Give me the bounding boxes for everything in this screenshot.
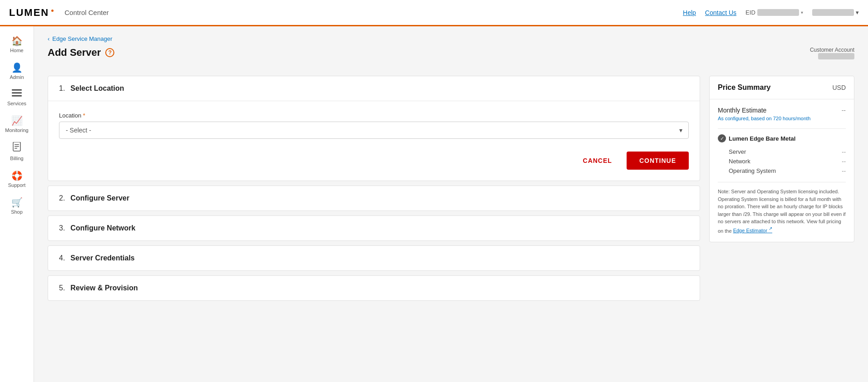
step-1-header: 1. Select Location [48, 76, 700, 101]
step-4-number: 4. [59, 254, 65, 262]
billing-icon [12, 142, 21, 154]
price-summary-currency: USD [832, 84, 846, 91]
line-item-network: Network -- [718, 157, 846, 166]
step-2-header[interactable]: 2. Configure Server [48, 186, 700, 211]
network-label: Network [729, 158, 750, 165]
user-selector[interactable]: ██████████ ▾ [812, 9, 859, 16]
product-check-icon: ✓ [718, 134, 726, 142]
product-name: Lumen Edge Bare Metal [729, 135, 795, 142]
help-icon[interactable]: ? [105, 48, 114, 57]
step-1-number: 1. [59, 84, 65, 93]
eid-chevron-icon: ▾ [801, 10, 803, 15]
step-2-card: 2. Configure Server [48, 186, 700, 211]
location-label: Location * [59, 112, 689, 119]
eid-selector[interactable]: EID ██████████ ▾ [745, 9, 803, 16]
user-value: ██████████ [812, 9, 854, 16]
line-item-server: Server -- [718, 147, 846, 157]
sidebar-item-services[interactable]: Services [0, 84, 34, 111]
help-link[interactable]: Help [683, 9, 696, 16]
price-summary-header: Price Summary USD [710, 76, 854, 99]
customer-account-block: Customer Account [810, 47, 854, 59]
step-5-number: 5. [59, 284, 65, 292]
price-divider [718, 128, 846, 129]
step-2-number: 2. [59, 194, 65, 202]
sidebar-label-support: Support [8, 182, 26, 188]
line-item-os: Operating System -- [718, 166, 846, 176]
cancel-button[interactable]: CANCEL [574, 152, 621, 170]
location-form-group: Location * - Select - ▾ [59, 112, 689, 139]
monthly-estimate-label: Monthly Estimate [718, 107, 766, 114]
eid-value: ██████████ [757, 9, 799, 16]
sidebar-label-home: Home [10, 48, 23, 53]
step-4-card: 4. Server Credentials [48, 245, 700, 271]
step-3-header[interactable]: 3. Configure Network [48, 216, 700, 240]
sidebar-label-services: Services [7, 101, 26, 106]
customer-account-value [818, 53, 854, 59]
breadcrumb-link[interactable]: Edge Service Manager [52, 35, 112, 42]
server-label: Server [729, 148, 746, 155]
monthly-estimate-value: -- [842, 107, 846, 114]
sidebar-item-billing[interactable]: Billing [0, 137, 34, 166]
sidebar-label-admin: Admin [10, 74, 24, 80]
step-5-card: 5. Review & Provision [48, 275, 700, 301]
price-summary-card: Price Summary USD Monthly Estimate -- As… [709, 76, 854, 242]
network-value: -- [842, 158, 846, 165]
price-note: Note: Server and Operating System licens… [718, 182, 846, 235]
continue-button[interactable]: CONTINUE [627, 152, 689, 170]
step-2-title: Configure Server [70, 194, 129, 202]
sidebar-item-admin[interactable]: 👤 Admin [0, 58, 34, 84]
sidebar-item-monitoring[interactable]: 📈 Monitoring [0, 111, 34, 137]
location-select[interactable]: - Select - [59, 122, 689, 139]
location-select-wrapper: - Select - ▾ [59, 122, 689, 139]
content-area: ‹ Edge Service Manager Add Server ? Cust… [34, 26, 868, 382]
sidebar-label-monitoring: Monitoring [5, 127, 28, 133]
svg-rect-1 [12, 93, 22, 94]
os-label: Operating System [729, 167, 776, 174]
eid-label: EID [745, 9, 755, 16]
price-note-text: Note: Server and Operating System licens… [718, 189, 846, 233]
monitoring-icon: 📈 [11, 115, 23, 126]
step-1-body: Location * - Select - ▾ CANCEL CO [48, 101, 700, 181]
breadcrumb[interactable]: ‹ Edge Service Manager [48, 35, 854, 42]
svg-rect-6 [15, 148, 17, 149]
svg-rect-2 [12, 95, 22, 97]
home-icon: 🏠 [11, 35, 23, 46]
svg-rect-4 [15, 144, 19, 145]
main-layout: 🏠 Home 👤 Admin Services 📈 Monitoring [0, 26, 868, 382]
contact-us-link[interactable]: Contact Us [705, 9, 736, 16]
sidebar-item-shop[interactable]: 🛒 Shop [0, 192, 34, 219]
two-col-layout: 1. Select Location Location * - Select - [48, 76, 854, 305]
top-bar: LUMEN Control Center Help Contact Us EID… [0, 0, 868, 26]
services-icon [12, 89, 22, 99]
price-summary-body: Monthly Estimate -- As configured, based… [710, 99, 854, 242]
product-name-row: ✓ Lumen Edge Bare Metal [718, 134, 846, 142]
monthly-estimate-row: Monthly Estimate -- [718, 107, 846, 114]
admin-icon: 👤 [11, 62, 23, 73]
step-3-number: 3. [59, 224, 65, 232]
step-4-header[interactable]: 4. Server Credentials [48, 246, 700, 270]
step-4-title: Server Credentials [70, 254, 134, 262]
top-bar-right: Help Contact Us EID ██████████ ▾ ███████… [683, 9, 859, 16]
page-title: Add Server [48, 47, 101, 59]
step-5-header[interactable]: 5. Review & Provision [48, 276, 700, 300]
sidebar-item-support[interactable]: 🛟 Support [0, 166, 34, 192]
step-3-card: 3. Configure Network [48, 215, 700, 241]
logo-text: LUMEN [9, 7, 49, 19]
step-3-title: Configure Network [70, 224, 135, 232]
breadcrumb-arrow: ‹ [48, 35, 49, 42]
sidebar-label-shop: Shop [11, 209, 23, 215]
logo-dot [51, 10, 54, 12]
server-value: -- [842, 148, 846, 155]
step-5-title: Review & Provision [70, 284, 138, 292]
svg-rect-0 [12, 89, 22, 91]
monthly-subtext: As configured, based on 720 hours/month [718, 116, 846, 121]
step-1-card: 1. Select Location Location * - Select - [48, 76, 700, 181]
price-summary-title: Price Summary [718, 83, 771, 92]
sidebar-label-billing: Billing [10, 156, 23, 161]
external-link-icon: ↗ [769, 226, 772, 231]
app-title: Control Center [64, 9, 109, 16]
shop-icon: 🛒 [11, 197, 23, 208]
customer-account-label: Customer Account [810, 47, 854, 53]
edge-estimator-link[interactable]: Edge Estimator ↗ [733, 228, 772, 233]
sidebar-item-home[interactable]: 🏠 Home [0, 31, 34, 58]
